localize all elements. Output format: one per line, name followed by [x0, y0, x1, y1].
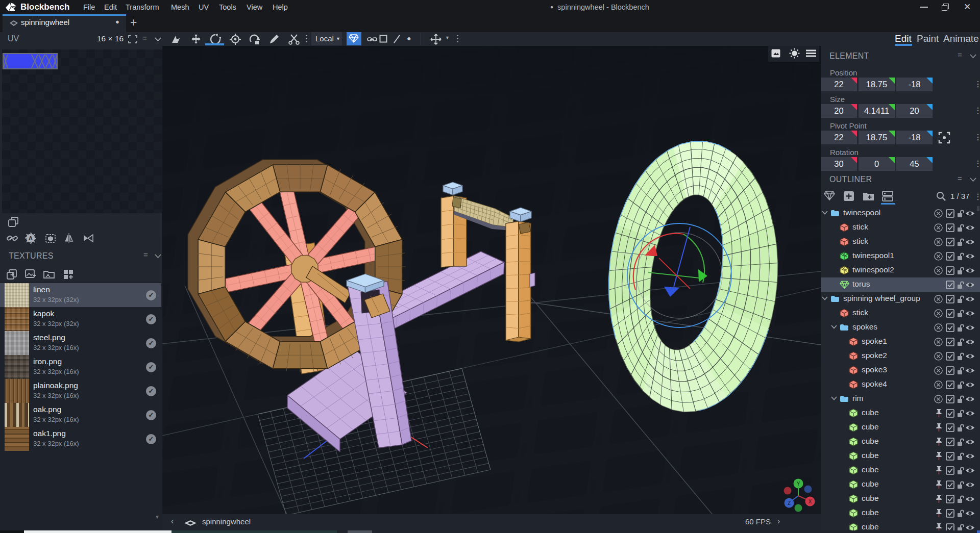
svg-text:A: A	[29, 235, 33, 241]
svg-text:Y: Y	[797, 481, 800, 487]
svg-text:Z: Z	[788, 500, 791, 506]
svg-text:X: X	[808, 499, 812, 504]
